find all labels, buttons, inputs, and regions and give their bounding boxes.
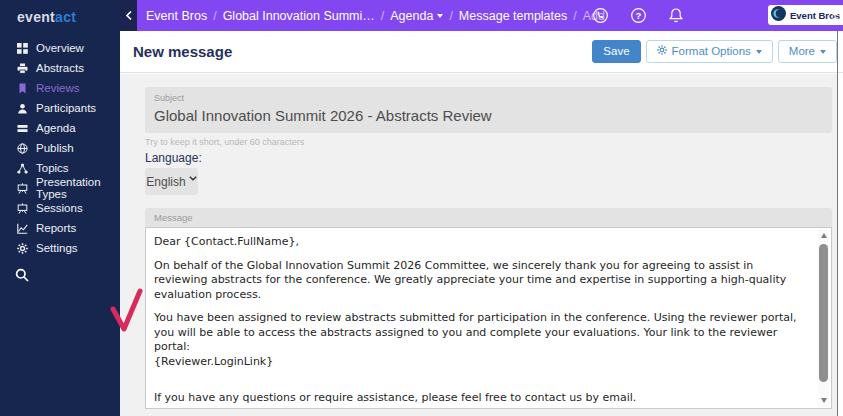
svg-text:?: ? <box>636 10 642 21</box>
scroll-down-arrow[interactable] <box>818 395 829 406</box>
sidebar-nav: Overview Abstracts Reviews Participants … <box>0 38 120 258</box>
sidebar-item-topics[interactable]: Topics <box>0 158 120 178</box>
breadcrumb-separator: / <box>213 9 216 23</box>
message-scrollbar[interactable] <box>818 229 829 407</box>
eventact-logo[interactable]: eventact <box>0 0 120 25</box>
message-line: On behalf of the Global Innovation Summi… <box>154 259 801 303</box>
breadcrumb-event-bros[interactable]: Event Bros <box>146 9 207 23</box>
chevron-left-icon <box>125 7 133 25</box>
subject-label: Subject <box>145 87 832 103</box>
message-text: Dear {Contact.FullName}, On behalf of th… <box>146 228 831 416</box>
sidebar-item-label: Topics <box>36 162 69 174</box>
language-select[interactable]: English <box>145 168 198 195</box>
sidebar-item-label: Settings <box>36 242 78 254</box>
sidebar-item-label: Agenda <box>36 122 76 134</box>
chevron-down-icon <box>189 176 197 181</box>
sidebar-item-publish[interactable]: Publish <box>0 138 120 158</box>
more-button[interactable]: More <box>778 40 837 63</box>
breadcrumb-separator: / <box>449 9 452 23</box>
message-line: You have been assigned to review abstrac… <box>154 311 801 355</box>
chart-icon <box>16 222 28 234</box>
breadcrumb-message-templates[interactable]: Message templates <box>459 9 567 23</box>
easel-icon <box>16 202 28 214</box>
gear-icon <box>657 45 667 58</box>
easel-icon <box>16 182 28 194</box>
sidebar-item-label: Reports <box>36 222 76 234</box>
breadcrumb: Event Bros / Global Innovation Summi… / … <box>146 9 605 23</box>
chevron-down-icon <box>820 50 826 54</box>
message-line: If you have any questions or require ass… <box>154 391 801 406</box>
grid-icon <box>16 42 28 54</box>
message-label: Message <box>145 208 832 227</box>
bars-icon <box>16 122 28 134</box>
save-button[interactable]: Save <box>592 40 640 63</box>
sidebar-item-label: Participants <box>36 102 96 114</box>
globe-icon <box>16 142 28 154</box>
breadcrumb-agenda-dropdown[interactable]: Agenda <box>390 9 443 23</box>
sidebar-item-label: Publish <box>36 142 74 154</box>
person-icon <box>16 102 28 114</box>
message-form: Subject Global Innovation Summit 2026 - … <box>120 74 837 416</box>
scrollbar-thumb[interactable] <box>819 244 828 382</box>
sidebar-item-participants[interactable]: Participants <box>0 98 120 118</box>
subject-value: Global Innovation Summit 2026 - Abstract… <box>145 103 832 124</box>
breadcrumb-separator: / <box>573 9 576 23</box>
sidebar: eventact Overview Abstracts Reviews Part… <box>0 0 120 416</box>
sidebar-item-sessions[interactable]: Sessions <box>0 198 120 218</box>
language-label: Language: <box>145 151 202 165</box>
chevron-down-icon <box>437 14 443 18</box>
message-editor[interactable]: Dear {Contact.FullName}, On behalf of th… <box>145 227 832 409</box>
sidebar-collapse-button[interactable] <box>120 0 137 31</box>
sidebar-item-presentation-types[interactable]: Presentation Types <box>0 178 120 198</box>
sidebar-item-label: Abstracts <box>36 62 84 74</box>
sidebar-item-overview[interactable]: Overview <box>0 38 120 58</box>
sidebar-item-reports[interactable]: Reports <box>0 218 120 238</box>
sidebar-item-label: Overview <box>36 42 84 54</box>
sidebar-item-label: Reviews <box>36 82 79 94</box>
top-header-bar: Event Bros / Global Innovation Summi… / … <box>120 0 843 31</box>
page-title: New message <box>133 43 232 60</box>
message-line: {Reviewer.LoginLink} <box>154 355 801 370</box>
window-edge-divider <box>837 31 838 416</box>
avatar-icon[interactable] <box>826 6 843 29</box>
sidebar-item-reviews[interactable]: Reviews <box>0 78 120 98</box>
bookmark-icon <box>16 82 28 94</box>
subject-input[interactable]: Subject Global Innovation Summit 2026 - … <box>145 87 832 133</box>
whatsapp-icon[interactable] <box>592 7 609 28</box>
bell-icon[interactable] <box>668 7 684 28</box>
language-value: English <box>146 175 185 189</box>
sidebar-item-settings[interactable]: Settings <box>0 238 120 258</box>
breadcrumb-event-name[interactable]: Global Innovation Summi… <box>223 9 375 23</box>
gear-icon <box>16 242 28 254</box>
scroll-up-arrow[interactable] <box>818 230 829 241</box>
message-toolbar: New message Save Format Options More <box>120 31 843 73</box>
printer-icon <box>16 62 28 74</box>
subject-helper-text: Try to keep it short, under 60 character… <box>145 137 304 147</box>
search-icon[interactable] <box>15 268 29 286</box>
sidebar-item-label: Sessions <box>36 202 83 214</box>
sidebar-item-label: Presentation Types <box>36 176 120 200</box>
tree-icon <box>16 162 28 174</box>
breadcrumb-separator: / <box>381 9 384 23</box>
format-options-button[interactable]: Format Options <box>646 40 773 63</box>
org-logo-icon <box>771 6 786 25</box>
sidebar-item-agenda[interactable]: Agenda <box>0 118 120 138</box>
message-line: Dear {Contact.FullName}, <box>154 235 801 250</box>
sidebar-item-abstracts[interactable]: Abstracts <box>0 58 120 78</box>
help-icon[interactable]: ? <box>630 7 647 28</box>
chevron-down-icon <box>756 50 762 54</box>
